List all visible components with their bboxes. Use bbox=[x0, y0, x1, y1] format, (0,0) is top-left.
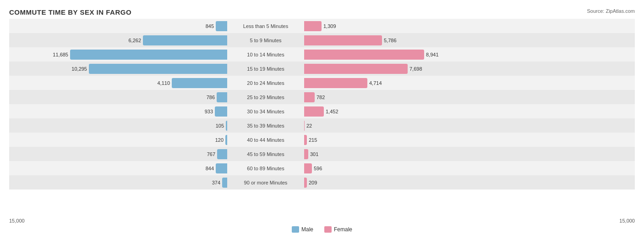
row-label: 5 to 9 Minutes bbox=[229, 38, 302, 43]
table-row: 11,68510 to 14 Minutes8,941 bbox=[9, 47, 635, 61]
male-value: 845 bbox=[191, 23, 214, 29]
legend-female-box bbox=[324, 226, 332, 233]
male-bar bbox=[225, 135, 227, 145]
chart-title: COMMUTE TIME BY SEX IN FARGO bbox=[9, 8, 635, 16]
row-label: 90 or more Minutes bbox=[229, 180, 302, 185]
female-value: 209 bbox=[309, 180, 332, 185]
row-label: Less than 5 Minutes bbox=[229, 23, 302, 29]
male-bar bbox=[143, 35, 227, 45]
male-value: 11,685 bbox=[45, 52, 68, 57]
female-bar bbox=[304, 50, 424, 60]
axis-bottom: 15,000 15,000 bbox=[9, 218, 635, 223]
female-bar bbox=[304, 121, 305, 131]
row-label: 60 to 89 Minutes bbox=[229, 166, 302, 171]
male-bar bbox=[216, 21, 227, 31]
source-text: Source: ZipAtlas.com bbox=[587, 8, 635, 14]
table-row: 845Less than 5 Minutes1,309 bbox=[9, 19, 635, 33]
row-label: 45 to 59 Minutes bbox=[229, 151, 302, 157]
female-bar bbox=[304, 163, 312, 173]
table-row: 84460 to 89 Minutes596 bbox=[9, 161, 635, 175]
row-label: 15 to 19 Minutes bbox=[229, 66, 302, 72]
male-value: 105 bbox=[201, 123, 224, 128]
female-bar bbox=[304, 92, 315, 102]
axis-left-label: 15,000 bbox=[9, 218, 25, 223]
female-value: 8,941 bbox=[426, 52, 449, 57]
female-bar bbox=[304, 135, 307, 145]
female-value: 5,786 bbox=[384, 38, 407, 43]
table-row: 93330 to 34 Minutes1,452 bbox=[9, 104, 635, 118]
table-row: 78625 to 29 Minutes782 bbox=[9, 90, 635, 104]
male-bar bbox=[172, 78, 227, 88]
legend-male-label: Male bbox=[301, 226, 313, 233]
female-bar bbox=[304, 21, 322, 31]
legend-male-box bbox=[292, 226, 299, 233]
female-bar bbox=[304, 106, 324, 117]
female-value: 22 bbox=[306, 123, 329, 128]
male-bar bbox=[215, 106, 227, 117]
table-row: 4,11020 to 24 Minutes4,714 bbox=[9, 76, 635, 90]
male-bar bbox=[226, 121, 227, 131]
chart-area: 845Less than 5 Minutes1,3096,2625 to 9 M… bbox=[9, 19, 635, 216]
table-row: 6,2625 to 9 Minutes5,786 bbox=[9, 33, 635, 47]
female-value: 1,309 bbox=[323, 23, 346, 29]
legend-female-label: Female bbox=[334, 226, 352, 233]
table-row: 10535 to 39 Minutes22 bbox=[9, 118, 635, 133]
female-bar bbox=[304, 35, 382, 45]
male-bar bbox=[89, 64, 227, 74]
male-value: 767 bbox=[192, 151, 215, 157]
female-value: 215 bbox=[309, 137, 332, 143]
male-value: 120 bbox=[201, 137, 224, 143]
male-value: 4,110 bbox=[147, 80, 170, 86]
male-value: 844 bbox=[191, 166, 214, 171]
axis-right-label: 15,000 bbox=[619, 218, 635, 223]
female-bar bbox=[304, 149, 308, 159]
male-value: 6,262 bbox=[118, 38, 141, 43]
female-value: 782 bbox=[317, 95, 339, 100]
female-bar bbox=[304, 178, 307, 188]
row-label: 40 to 44 Minutes bbox=[229, 137, 302, 143]
male-bar bbox=[217, 149, 227, 159]
female-value: 4,714 bbox=[369, 80, 392, 86]
female-bar bbox=[304, 64, 408, 74]
legend-female: Female bbox=[324, 226, 352, 233]
male-bar bbox=[70, 50, 227, 60]
legend-male: Male bbox=[292, 226, 313, 233]
chart-container: COMMUTE TIME BY SEX IN FARGO Source: Zip… bbox=[0, 0, 644, 240]
legend: Male Female bbox=[9, 226, 635, 233]
table-row: 76745 to 59 Minutes301 bbox=[9, 147, 635, 161]
female-value: 301 bbox=[310, 151, 333, 157]
female-bar bbox=[304, 78, 367, 88]
female-value: 596 bbox=[314, 166, 337, 171]
row-label: 30 to 34 Minutes bbox=[229, 109, 302, 114]
row-label: 20 to 24 Minutes bbox=[229, 80, 302, 86]
row-label: 25 to 29 Minutes bbox=[229, 95, 302, 100]
female-value: 7,698 bbox=[409, 66, 432, 72]
male-bar bbox=[217, 92, 227, 102]
table-row: 37490 or more Minutes209 bbox=[9, 175, 635, 190]
male-value: 786 bbox=[192, 95, 215, 100]
male-value: 933 bbox=[190, 109, 213, 114]
row-label: 10 to 14 Minutes bbox=[229, 52, 302, 57]
male-value: 10,295 bbox=[64, 66, 87, 72]
row-label: 35 to 39 Minutes bbox=[229, 123, 302, 128]
table-row: 12040 to 44 Minutes215 bbox=[9, 133, 635, 147]
table-row: 10,29515 to 19 Minutes7,698 bbox=[9, 61, 635, 76]
male-bar bbox=[222, 178, 227, 188]
male-bar bbox=[216, 163, 227, 173]
female-value: 1,452 bbox=[326, 109, 349, 114]
male-value: 374 bbox=[197, 180, 220, 185]
